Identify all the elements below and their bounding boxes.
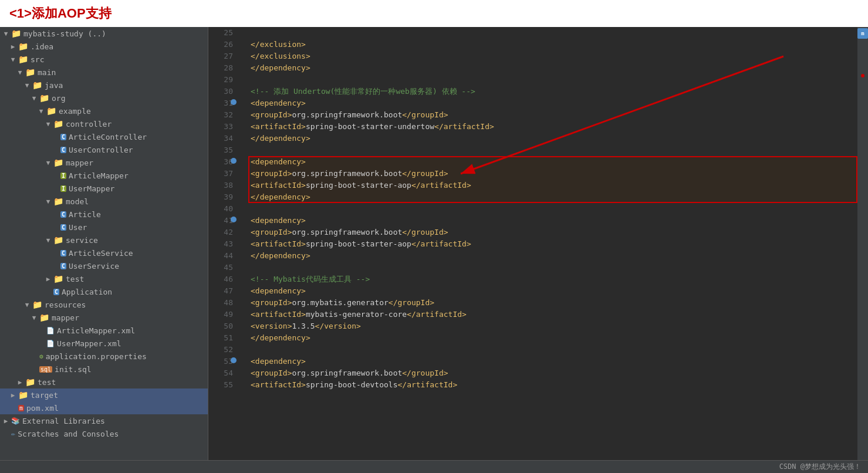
code-line-51: </dependency> [251,332,857,344]
sidebar-label-application-props: application.properties [46,352,147,361]
tree-arrow-target: ▶ [9,391,16,399]
sidebar-item-Article[interactable]: CArticle [0,208,208,221]
sidebar-item-ArticleController[interactable]: CArticleController [0,130,208,143]
sidebar-label-init-sql: init.sql [55,365,92,374]
sidebar-item-scratches[interactable]: ✏Scratches and Consoles [0,427,208,440]
line-number-38: 38 [211,180,233,191]
sidebar-label-UserService: UserService [69,262,119,271]
sidebar-label-target: target [31,391,58,400]
status-bar: CSDN @梦想成为光头强！ [0,460,868,473]
sidebar-item-UserMapper-xml[interactable]: 📄UserMapper.xml [0,337,208,350]
code-line-38: <artifactId>spring-boot-starter-aop</art… [251,180,857,191]
code-line-48: <groupId>org.mybatis.generator</groupId> [251,297,857,309]
line-numbers: 2526272829303132333435363738394041424344… [208,27,238,460]
line-number-51: 51 [211,332,233,344]
line-number-25: 25 [211,27,233,39]
line-number-32: 32 [211,109,233,121]
line-number-30: 30 [211,86,233,97]
line-number-55: 55 [211,379,233,391]
tree-arrow-service: ▼ [45,237,52,244]
code-line-33: <artifactId>spring-boot-starter-undertow… [251,121,857,133]
code-view[interactable]: </exclusion> </exclusions> </dependency>… [248,27,857,460]
line-number-31: 31 [211,97,233,109]
code-line-41: <dependency> [251,215,857,227]
line-number-28: 28 [211,62,233,74]
sidebar-item-init-sql[interactable]: sqlinit.sql [0,363,208,376]
sidebar-item-resources[interactable]: ▼📁resources [0,298,208,311]
sidebar-item-User[interactable]: CUser [0,221,208,234]
code-line-28: </dependency> [251,62,857,74]
tree-arrow-test-src: ▶ [16,379,23,386]
sidebar-item-main[interactable]: ▼📁main [0,66,208,79]
sidebar-item-ArticleMapper[interactable]: IArticleMapper [0,169,208,182]
sidebar-label-mybatis-study: mybatis-study (..) [23,29,106,38]
sidebar-item-controller[interactable]: ▼📁controller [0,117,208,130]
sidebar-item-external-libraries[interactable]: ▶📚External Libraries [0,414,208,427]
code-line-53: <dependency> [251,356,857,367]
sidebar-item-java[interactable]: ▼📁java [0,79,208,92]
sidebar-label-User: User [69,223,87,232]
sidebar-item-model[interactable]: ▼📁model [0,195,208,208]
sidebar-label-external-libraries: External Libraries [22,417,105,425]
sidebar-item-target[interactable]: ▶📁target [0,388,208,401]
sidebar-item-ArticleMapper-xml[interactable]: 📄ArticleMapper.xml [0,324,208,337]
code-line-34: </dependency> [251,133,857,144]
tree-arrow-controller: ▼ [45,120,52,128]
sidebar-item-src[interactable]: ▼📁src [0,53,208,66]
tree-arrow-java: ▼ [23,82,31,89]
code-line-40 [251,203,857,215]
tree-arrow-main: ▼ [16,69,23,76]
sidebar-label-scratches: Scratches and Consoles [18,430,119,438]
sidebar-item-UserMapper[interactable]: IUserMapper [0,182,208,195]
tree-arrow-idea: ▶ [9,43,16,50]
tree-arrow-src: ▼ [9,56,16,63]
sidebar-item-idea[interactable]: ▶📁.idea [0,40,208,53]
sidebar-item-mapper-res[interactable]: ▼📁mapper [0,311,208,324]
sidebar-label-java: java [45,81,63,90]
line-number-48: 48 [211,297,233,309]
line-number-37: 37 [211,168,233,180]
sidebar-item-UserController[interactable]: CUserController [0,143,208,156]
sidebar-label-ArticleService: ArticleService [69,249,133,258]
sidebar-label-org: org [52,94,65,103]
sidebar-item-ArticleService[interactable]: CArticleService [0,246,208,259]
code-line-55: <artifactId>spring-boot-devtools</artifa… [251,379,857,391]
sidebar-item-service[interactable]: ▼📁service [0,234,208,246]
line-number-44: 44 [211,250,233,262]
sidebar-label-model: model [66,197,89,206]
sidebar-label-UserController: UserController [69,146,133,154]
code-line-44: </dependency> [251,250,857,262]
sidebar-item-UserService[interactable]: CUserService [0,259,208,272]
sidebar-label-main: main [38,68,56,77]
code-line-45 [251,262,857,273]
right-scrollbar-panel: m [857,27,868,460]
line-number-26: 26 [211,39,233,50]
sidebar-item-mapper[interactable]: ▼📁mapper [0,156,208,169]
sidebar-item-test-folder[interactable]: ▶📁test [0,272,208,285]
sidebar-label-service: service [66,236,98,245]
sidebar-item-test-src[interactable]: ▶📁test [0,376,208,388]
line-number-36: 36 [211,156,233,168]
code-line-49: <artifactId>mybatis-generator-core</arti… [251,309,857,320]
sidebar-item-application-props[interactable]: ⚙application.properties [0,350,208,363]
tree-arrow-resources: ▼ [23,301,31,309]
sidebar-item-example[interactable]: ▼📁example [0,104,208,117]
line-number-42: 42 [211,227,233,238]
code-line-50: <version>1.3.5</version> [251,320,857,332]
sidebar-item-org[interactable]: ▼📁org [0,92,208,104]
line-number-39: 39 [211,191,233,203]
sidebar-item-mybatis-study[interactable]: ▼📁mybatis-study (..) [0,27,208,40]
line-number-27: 27 [211,50,233,62]
sidebar-item-Application[interactable]: CApplication [0,285,208,298]
sidebar-label-idea: .idea [31,42,53,51]
tree-arrow-model: ▼ [45,198,52,205]
code-line-46: <!-- Mybatis代码生成工具 --> [251,273,857,285]
sidebar-label-UserMapper: UserMapper [69,184,114,193]
tree-arrow-mapper-res: ▼ [31,314,38,322]
tree-arrow-org: ▼ [31,94,38,102]
line-number-50: 50 [211,320,233,332]
line-number-40: 40 [211,203,233,215]
sidebar-label-controller: controller [66,120,112,129]
line-number-34: 34 [211,133,233,144]
sidebar-item-pom-xml[interactable]: mpom.xml [0,401,208,414]
